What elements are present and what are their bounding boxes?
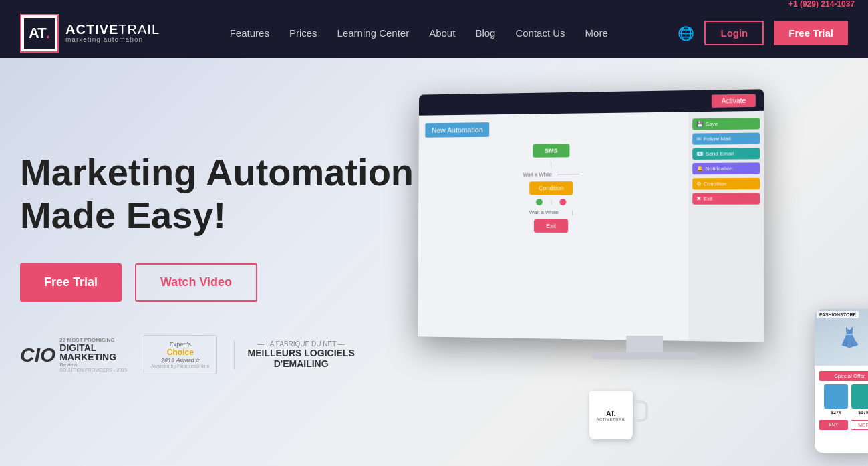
condition-icon: ⚙ [696,181,701,187]
logo-area[interactable]: AT. ACTIVETRAIL marketing automation [20,14,160,53]
nav-link-more[interactable]: More [585,27,608,39]
nav-item-blog[interactable]: Blog [475,27,495,39]
exit-icon: ✖ [696,196,701,202]
sidebar-send-label: Send Email [706,150,734,156]
cio-marketing: MARKETING [59,352,127,362]
cio-review: Review [59,362,127,368]
login-button[interactable]: Login [704,21,764,45]
nav-link-features[interactable]: Features [230,27,269,39]
phone-product-1-price: $27k [824,410,848,415]
mug-brand: ACTIVETRAIL [596,417,625,421]
flow-condition-btn: Condition [529,181,573,195]
fabrique-main: MEILLEURS LOGICIELSD'EMAILING [248,348,355,370]
experts-financesonline: Awarded by FinancesOnline [151,364,209,368]
award-cio: CIO 20 MOST PROMISING DIGITAL MARKETING … [20,337,127,372]
cio-icon: CIO [20,345,55,365]
sidebar-exit: ✖ Exit [692,193,760,205]
sidebar-condition: ⚙ Condition [692,178,760,190]
watch-video-button[interactable]: Watch Video [135,263,257,302]
sidebar-notification: 🔔 Notification [692,162,760,174]
globe-icon[interactable]: 🌐 [678,25,694,41]
cio-sub: SOLUTION PROVIDERS - 2019 [59,368,127,372]
logo-box-inner: AT. [24,18,55,49]
hero-buttons: Free Trial Watch Video [20,263,414,302]
sidebar-condition-label: Condition [704,181,727,187]
logo-box: AT. [20,14,59,53]
follow-mail-icon: ✉ [696,136,701,142]
phone-product-1: $27k [824,384,848,415]
send-email-icon: 📧 [696,151,703,157]
logo-dot: . [46,25,50,42]
monitor-screen: Activate New Automation SMS │ Wait a Whi… [418,89,764,342]
phone-store-label: FASHIONSTORE [817,311,859,318]
mug: AT. ACTIVETRAIL [589,391,637,439]
experts-year: 2019 Award✫ [151,357,209,364]
award-fabrique: — LA FABRIQUE DU NET — MEILLEURS LOGICIE… [234,340,355,370]
flow-circle-no [559,199,566,205]
sidebar-follow-label: Follow Mail [704,136,731,142]
flow-sep: | [551,199,552,205]
stand-neck [626,336,663,352]
screen-body: New Automation SMS │ Wait a While ──────… [418,111,764,342]
mug-container: AT. ACTIVETRAIL [589,391,637,439]
sidebar-send-email: 📧 Send Email [692,148,760,160]
navbar: AT. ACTIVETRAIL marketing automation Fea… [0,8,868,58]
flow-line1: │ [549,161,553,167]
phone-product-1-img [824,384,848,409]
nav-item-about[interactable]: About [429,27,455,39]
free-trial-nav-button[interactable]: Free Trial [774,21,848,45]
flow-label-wait: Wait a While [523,171,552,177]
nav-item-more[interactable]: More [585,27,608,39]
flow-or: | [571,209,573,215]
logo-tagline: marketing automation [65,36,160,43]
cio-main-text: CIO [20,345,55,365]
nav-item-features[interactable]: Features [230,27,269,39]
nav-link-contact-us[interactable]: Contact Us [515,27,565,39]
phone-special-offer: Special Offer [819,371,868,381]
monitor-stand [591,336,698,359]
save-icon: 💾 [696,121,703,127]
nav-link-blog[interactable]: Blog [475,27,495,39]
nav-item-learning-center[interactable]: Learning Center [337,27,410,39]
phone-action-btns: BUY MORE [819,420,868,430]
logo-text: ACTIVETRAIL marketing automation [65,23,160,43]
flow-row1: Wait a While ────── [523,171,579,177]
nav-item-contact-us[interactable]: Contact Us [515,27,565,39]
hero-headline-line2: Made Easy! [20,194,226,236]
phone-products: $27k $17k [819,384,868,415]
phone-product-2-price: $17k [851,410,868,415]
phone-btn-buy: BUY [819,420,848,430]
top-bar: +1 (929) 214-1037 [0,0,868,8]
flow-sms-btn: SMS [533,144,570,157]
sidebar-save-label: Save [706,121,718,127]
phone-content-area: Special Offer $27k $17k BUY MORE [815,366,868,433]
flow-exit-btn: Exit [534,219,567,233]
phone-top: 👗 FASHIONSTORE [815,309,868,366]
hero-headline: Marketing Automation Made Easy! [20,151,414,237]
logo-brand-normal: TRAIL [118,22,160,37]
phone-product-2-img [851,384,868,409]
activate-button[interactable]: Activate [712,94,756,107]
experts-choice-label: Choice [151,348,209,357]
nav-link-prices[interactable]: Prices [289,27,317,39]
logo-brand: ACTIVETRAIL [65,23,160,36]
nav-link-learning-center[interactable]: Learning Center [337,27,410,39]
phone-product-2: $17k [851,384,868,415]
hero-visual: Activate New Automation SMS │ Wait a Whi… [414,85,868,459]
notification-icon: 🔔 [696,166,703,172]
awards-row: CIO 20 MOST PROMISING DIGITAL MARKETING … [20,335,414,374]
nav-links: Features Prices Learning Center About Bl… [230,27,608,39]
nav-right: 🌐 Login Free Trial [678,21,848,45]
automation-main: New Automation SMS │ Wait a While ──────… [418,112,688,341]
logo-brand-bold: ACTIVE [65,22,118,37]
nav-link-about[interactable]: About [429,27,455,39]
experts-title: Expert's [151,341,209,348]
free-trial-hero-button[interactable]: Free Trial [20,263,122,302]
mug-handle [636,400,648,422]
automation-title: New Automation [425,122,489,138]
hero-headline-line1: Marketing Automation [20,151,414,193]
nav-item-prices[interactable]: Prices [289,27,317,39]
phone: 👗 FASHIONSTORE Special Offer $27k $17k [815,309,868,453]
mug-body: AT. ACTIVETRAIL [589,391,633,439]
flow-circle-yes [536,199,543,205]
